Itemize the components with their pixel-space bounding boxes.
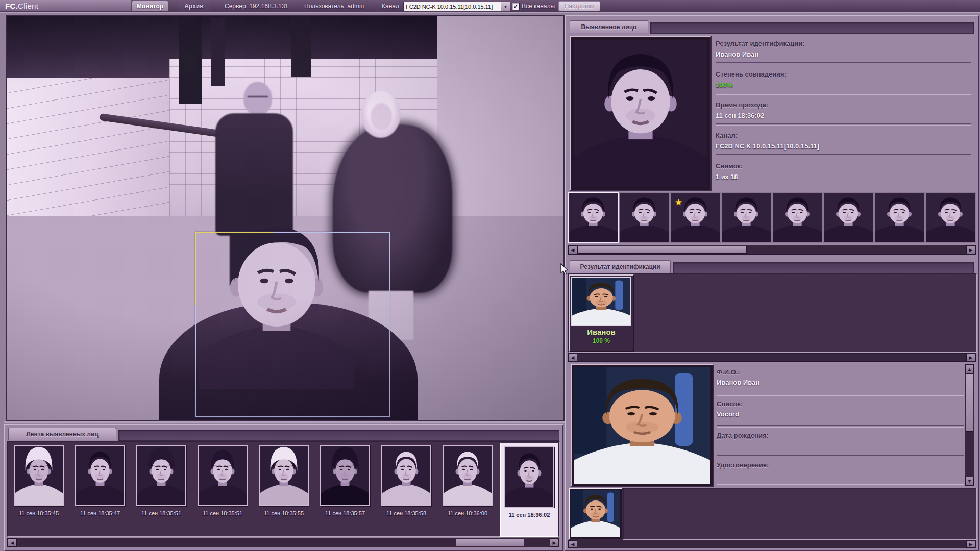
feed-item[interactable]: 11 сен 18:35:51 — [133, 445, 190, 516]
snapshot-thumb[interactable] — [925, 192, 976, 243]
field-value: Vocord — [717, 408, 964, 418]
feed-item[interactable]: 11 сен 18:35:57 — [316, 445, 374, 516]
field-label: Список: — [717, 396, 964, 408]
dossier-photo — [571, 364, 714, 487]
server-label: Сервер: 192.168.3.131 — [225, 0, 288, 12]
snapshot-thumb[interactable] — [823, 192, 874, 243]
scroll-left-icon[interactable]: ◀ — [8, 538, 17, 547]
info-field: Результат идентификации:Иванов Иван — [716, 36, 971, 66]
info-field: Время прохода:11 сен 18:36:02 — [716, 97, 971, 128]
top-tab-monitor[interactable]: Монитор — [132, 1, 168, 11]
scroll-right-icon[interactable]: ▶ — [966, 540, 975, 548]
snapshot-thumb[interactable]: ★ — [670, 192, 721, 243]
candidate-cell[interactable]: Иванов100 % — [569, 274, 634, 352]
channel-label: Канал — [382, 0, 399, 12]
scroll-down-icon[interactable]: ▼ — [965, 477, 974, 485]
scroll-right-icon[interactable]: ▶ — [966, 354, 975, 361]
scroll-left-icon[interactable]: ◀ — [568, 354, 577, 361]
tab-feed[interactable]: Лента выявленных лиц — [8, 428, 116, 440]
snapshot-thumb[interactable] — [619, 192, 670, 243]
scroll-thumb[interactable] — [577, 246, 747, 254]
dossier-photo-thumb[interactable] — [569, 488, 623, 540]
dossier-field: Удостоверение: — [717, 457, 964, 485]
all-channels-checkbox[interactable]: ✓ — [512, 3, 520, 10]
feed-timestamp: 11 сен 18:35:51 — [133, 510, 190, 516]
scroll-up-icon[interactable]: ▲ — [965, 365, 974, 373]
feed-item[interactable]: 11 сен 18:36:02 — [500, 443, 558, 537]
feed-timestamp: 11 сен 18:35:47 — [71, 510, 129, 516]
scroll-thumb[interactable] — [456, 539, 524, 546]
field-label: Снимок: — [716, 158, 971, 170]
feed-face-thumb — [259, 445, 309, 506]
dossier-scrollbar[interactable]: ▲▼ — [965, 364, 974, 486]
field-label: Результат идентификации: — [716, 36, 971, 47]
field-label: Степень совпадения: — [716, 66, 971, 78]
settings-button[interactable]: Настройки — [558, 1, 600, 11]
tab-strip — [650, 22, 974, 34]
tab-detected-face[interactable]: Выявленное лицо — [570, 20, 648, 33]
feed-item[interactable]: 11 сен 18:36:00 — [439, 445, 496, 516]
dossier-fields: Ф.И.О.:Иванов ИванСписок:VocordДата рожд… — [717, 364, 964, 485]
tab-strip — [673, 262, 974, 273]
snapshot-thumb[interactable] — [874, 192, 925, 243]
scroll-thumb[interactable] — [966, 373, 973, 432]
feed-face-thumb — [381, 445, 431, 506]
mouse-cursor — [560, 263, 570, 277]
field-value — [717, 469, 964, 471]
chevron-down-icon[interactable]: ▾ — [501, 2, 510, 11]
scroll-right-icon[interactable]: ▶ — [966, 245, 975, 254]
divider — [716, 123, 971, 126]
check-icon: ✓ — [513, 3, 518, 10]
snapshot-thumb[interactable] — [721, 192, 772, 243]
feed-timestamp: 11 сен 18:36:02 — [501, 512, 558, 518]
divider — [716, 154, 971, 156]
scroll-right-icon[interactable]: ▶ — [550, 538, 559, 547]
field-value: FC2D NC K 10.0.15.11[10.0.15.11] — [716, 139, 971, 150]
feed-item[interactable]: 11 сен 18:35:55 — [255, 445, 312, 516]
candidate-photo — [571, 277, 631, 326]
snapshot-thumb[interactable] — [772, 192, 823, 243]
tab-strip — [118, 430, 559, 441]
right-panel: Выявленное лицо Результат идентификации:… — [565, 15, 979, 551]
channel-select[interactable]: FC2D NC-K 10.0.15.11[10.0.15.11] — [403, 2, 503, 11]
channel-select-value: FC2D NC-K 10.0.15.11[10.0.15.11] — [406, 4, 493, 10]
feed-face-thumb — [504, 446, 554, 508]
dossier-photos-scrollbar[interactable]: ◀▶ — [568, 540, 976, 548]
detected-faces-feed-panel: Лента выявленных лиц 11 сен 18:35:4511 с… — [4, 424, 564, 551]
live-video — [6, 15, 565, 421]
top-toolbar: FC.Client МониторАрхив Сервер: 192.168.3… — [0, 0, 980, 13]
feed-face-thumb — [198, 445, 248, 506]
fc-client-window: FC.Client МониторАрхив Сервер: 192.168.3… — [0, 0, 980, 551]
feed-item[interactable]: 11 сен 18:35:51 — [194, 445, 251, 516]
info-field: Канал:FC2D NC K 10.0.15.11[10.0.15.11] — [716, 128, 971, 158]
feed-face-thumb — [443, 445, 493, 506]
divider — [716, 62, 971, 64]
info-field: Снимок:1 из 18 — [716, 158, 971, 189]
top-tab-archive[interactable]: Архив — [178, 1, 210, 11]
scroll-left-icon[interactable]: ◀ — [568, 540, 577, 548]
feed-face-thumb — [320, 445, 370, 506]
all-channels-label: Все каналы — [522, 0, 555, 12]
feed-scrollbar[interactable]: ◀▶ — [7, 538, 559, 547]
scroll-left-icon[interactable]: ◀ — [568, 245, 577, 254]
divider — [717, 483, 964, 485]
feed-item[interactable]: 11 сен 18:35:45 — [10, 445, 67, 516]
candidates-scrollbar[interactable]: ◀▶ — [568, 353, 976, 362]
field-value: Иванов Иван — [716, 47, 971, 58]
dossier-field: Список:Vocord — [717, 396, 964, 428]
app-logo-rest: Client — [18, 2, 38, 10]
snapshot-scrollbar[interactable]: ◀▶ — [568, 245, 976, 255]
feed-timestamp: 11 сен 18:35:58 — [378, 510, 435, 516]
feed-timestamp: 11 сен 18:35:55 — [255, 510, 312, 516]
field-label: Канал: — [716, 128, 971, 139]
feed-face-thumb — [75, 445, 125, 506]
app-logo: FC.Client — [0, 0, 131, 11]
candidate-score: 100 % — [570, 337, 633, 344]
field-value: Иванов Иван — [717, 376, 964, 386]
candidate-name: Иванов — [570, 328, 633, 336]
feed-item[interactable]: 11 сен 18:35:58 — [378, 445, 435, 516]
app-logo-bold: FC. — [5, 2, 18, 10]
snapshot-thumb[interactable] — [568, 192, 619, 243]
feed-item[interactable]: 11 сен 18:35:47 — [71, 445, 129, 516]
tab-identification[interactable]: Результат идентификации — [570, 260, 671, 273]
